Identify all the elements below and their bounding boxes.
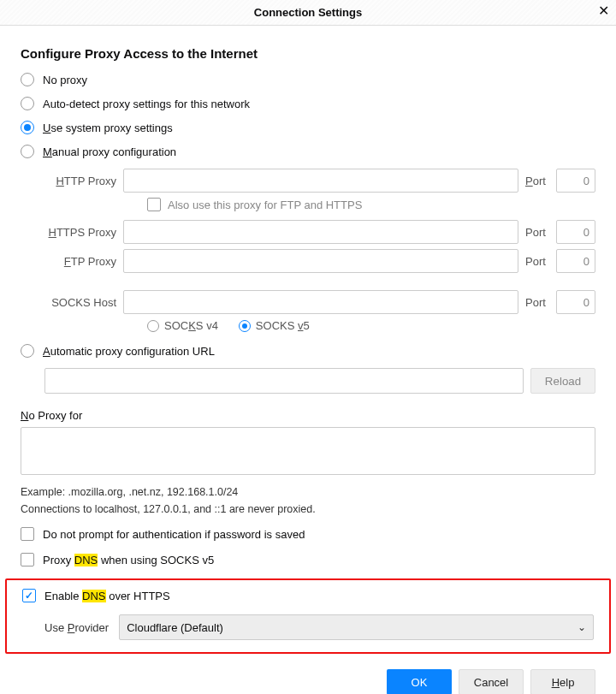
https-proxy-input[interactable] bbox=[123, 220, 518, 244]
window-title: Connection Settings bbox=[254, 6, 362, 19]
radio-auto-url[interactable] bbox=[21, 344, 34, 358]
cancel-button[interactable]: Cancel bbox=[459, 669, 524, 694]
checkbox-also-use[interactable] bbox=[147, 198, 161, 211]
radio-system-proxy[interactable] bbox=[21, 121, 34, 134]
label-socks4: SOCKS v4 bbox=[164, 319, 218, 332]
socks-host-label: SOCKS Host bbox=[44, 296, 116, 309]
socks-port-input[interactable] bbox=[556, 290, 595, 314]
doh-highlight-box: Enable DNS over HTTPS Use Provider Cloud… bbox=[5, 578, 611, 654]
close-icon[interactable]: ✕ bbox=[598, 4, 609, 18]
socks-port-label: Port bbox=[525, 296, 549, 309]
label-socks5: SOCKS v5 bbox=[256, 319, 310, 332]
radio-manual-proxy[interactable] bbox=[21, 145, 34, 158]
label-enable-doh: Enable DNS over HTTPS bbox=[44, 590, 170, 602]
label-auto-detect: Auto-detect proxy settings for this netw… bbox=[43, 98, 250, 110]
https-proxy-label: HTTPS Proxy bbox=[44, 226, 116, 239]
page-heading: Configure Proxy Access to the Internet bbox=[21, 46, 595, 61]
label-manual-proxy: Manual proxy configuration bbox=[43, 145, 176, 158]
http-proxy-input[interactable] bbox=[123, 169, 518, 193]
ok-button[interactable]: OK bbox=[387, 669, 452, 694]
no-proxy-textarea[interactable] bbox=[21, 427, 595, 475]
socks-host-input[interactable] bbox=[123, 290, 518, 314]
no-proxy-label: No Proxy for bbox=[21, 409, 595, 422]
dialog-content: Configure Proxy Access to the Internet N… bbox=[0, 26, 616, 654]
http-port-input[interactable] bbox=[556, 169, 595, 193]
no-proxy-note: Connections to localhost, 127.0.0.1, and… bbox=[21, 503, 595, 515]
checkbox-no-prompt[interactable] bbox=[21, 527, 34, 541]
checkbox-proxy-dns[interactable] bbox=[21, 553, 34, 566]
ftp-port-label: Port bbox=[525, 255, 549, 268]
http-port-label: Port bbox=[525, 175, 549, 187]
label-auto-url: Automatic proxy configuration URL bbox=[43, 345, 215, 358]
chevron-down-icon: ⌄ bbox=[578, 621, 586, 633]
provider-value: Cloudflare (Default) bbox=[127, 621, 223, 634]
https-port-label: Port bbox=[525, 226, 549, 239]
no-proxy-example: Example: .mozilla.org, .net.nz, 192.168.… bbox=[21, 486, 595, 498]
label-system-proxy: Use system proxy settings bbox=[43, 122, 173, 134]
reload-button[interactable]: Reload bbox=[530, 368, 595, 394]
dialog-footer: OK Cancel Help bbox=[0, 657, 616, 694]
label-proxy-dns: Proxy DNS when using SOCKS v5 bbox=[43, 554, 214, 566]
label-no-proxy: No proxy bbox=[43, 74, 87, 86]
provider-label: Use Provider bbox=[44, 621, 109, 634]
provider-select[interactable]: Cloudflare (Default) ⌄ bbox=[119, 614, 594, 640]
checkbox-enable-doh[interactable] bbox=[22, 589, 36, 602]
titlebar: Connection Settings ✕ bbox=[0, 0, 616, 26]
radio-socks5[interactable] bbox=[239, 320, 251, 332]
radio-auto-detect[interactable] bbox=[21, 97, 34, 110]
ftp-port-input[interactable] bbox=[556, 249, 595, 273]
radio-no-proxy[interactable] bbox=[21, 73, 34, 86]
http-proxy-label: HTTP Proxy bbox=[44, 175, 116, 187]
ftp-proxy-input[interactable] bbox=[123, 249, 518, 273]
manual-proxy-section: HTTP Proxy Port Also use this proxy for … bbox=[44, 169, 595, 332]
label-no-prompt: Do not prompt for authentication if pass… bbox=[43, 528, 305, 541]
https-port-input[interactable] bbox=[556, 220, 595, 244]
help-button[interactable]: Help bbox=[530, 669, 595, 694]
label-also-use: Also use this proxy for FTP and HTTPS bbox=[168, 199, 362, 211]
pac-url-input[interactable] bbox=[44, 368, 524, 394]
radio-socks4[interactable] bbox=[147, 320, 159, 332]
ftp-proxy-label: FTP Proxy bbox=[44, 255, 116, 268]
